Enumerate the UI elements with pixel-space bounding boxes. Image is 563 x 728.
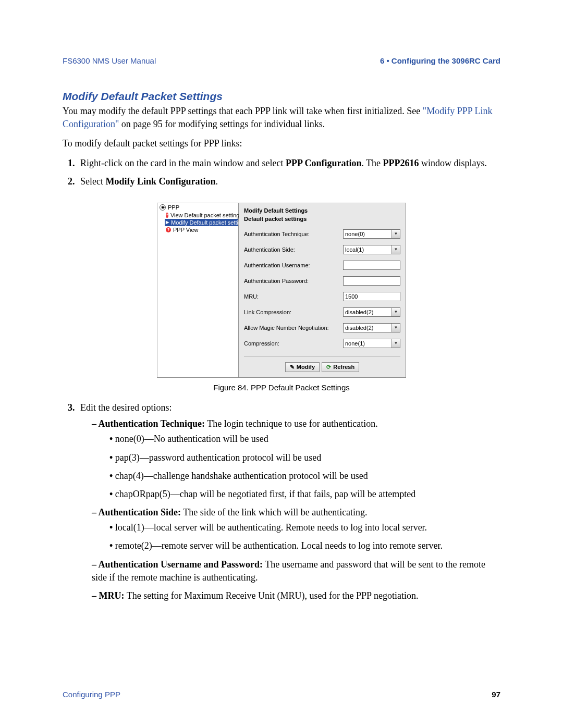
pencil-icon: ✎ — [290, 364, 295, 371]
ppp-dialog: ◉ PPP ?View Default packet settings▶Modi… — [157, 203, 406, 378]
list-item: chap(4)—challenge handshake authenticati… — [106, 470, 500, 483]
tree-pane: ◉ PPP ?View Default packet settings▶Modi… — [157, 203, 239, 377]
button-row: ✎ Modify ⟳ Refresh — [244, 356, 400, 372]
tree-item-label: View Default packet settings — [170, 212, 242, 218]
field-value: local(1) — [345, 246, 364, 253]
list-item: local(1)—local server will be authentica… — [106, 521, 500, 534]
target-icon: ◉ — [160, 204, 166, 211]
field-label: Link Compression: — [244, 309, 291, 315]
chevron-down-icon[interactable]: ▼ — [391, 245, 400, 254]
field-input[interactable] — [343, 276, 400, 286]
opt-mru: MRU: The setting for Maximum Receive Uni… — [89, 589, 500, 602]
field-value: none(1) — [345, 340, 365, 347]
arrow-icon: ▶ — [166, 220, 169, 225]
opt-authentication-userpass: Authentication Username and Password: Th… — [89, 558, 500, 584]
help-icon: ? — [166, 213, 168, 218]
header-manual-title: FS6300 NMS User Manual — [63, 56, 156, 65]
modify-button-label: Modify — [297, 364, 315, 370]
step-1: Right-click on the card in the main wind… — [77, 157, 500, 170]
field-select[interactable]: none(1)▼ — [343, 339, 400, 348]
modify-button[interactable]: ✎ Modify — [285, 362, 320, 372]
form-fields: Authentication Technique:none(0)▼Authent… — [244, 229, 400, 348]
tree-items: ?View Default packet settings▶Modify Def… — [157, 212, 238, 233]
tree-item-2[interactable]: ?PPP View — [165, 226, 238, 233]
tree-item-label: Modify Default packet settings — [171, 219, 248, 226]
page: FS6300 NMS User Manual 6 • Configuring t… — [0, 0, 563, 728]
field-label: Authentication Side: — [244, 246, 295, 253]
field-select[interactable]: disabled(2)▼ — [343, 323, 400, 332]
field-row-3: Authentication Password: — [244, 276, 400, 286]
tree-item-label: PPP View — [173, 227, 199, 233]
auth-tech-values: none(0)—No authentication will be usedpa… — [92, 433, 500, 501]
step-3: Edit the desired options: Authentication… — [77, 401, 500, 602]
form-subtitle: Default packet settings — [244, 216, 400, 222]
field-row-2: Authentication Username: — [244, 261, 400, 270]
field-label: Compression: — [244, 340, 279, 347]
field-value: disabled(2) — [345, 309, 373, 315]
field-row-6: Allow Magic Number Negotiation:disabled(… — [244, 323, 400, 332]
figure-caption: Figure 84. PPP Default Packet Settings — [63, 383, 500, 392]
refresh-button[interactable]: ⟳ Refresh — [322, 362, 359, 372]
page-header: FS6300 NMS User Manual 6 • Configuring t… — [63, 56, 500, 65]
field-label: Authentication Technique: — [244, 231, 310, 237]
field-label: Authentication Password: — [244, 278, 309, 284]
list-item: chapORpap(5)—chap will be negotiated fir… — [106, 488, 500, 501]
options-list: Authentication Technique: The login tech… — [80, 417, 500, 602]
intro-paragraph: You may modify the default PPP settings … — [63, 105, 500, 131]
tree-root[interactable]: ◉ PPP — [157, 203, 238, 212]
field-row-0: Authentication Technique:none(0)▼ — [244, 229, 400, 239]
chevron-down-icon[interactable]: ▼ — [391, 339, 400, 348]
opt-authentication-technique: Authentication Technique: The login tech… — [89, 417, 500, 501]
steps-list-continued: Edit the desired options: Authentication… — [63, 401, 500, 602]
opt-authentication-side: Authentication Side: The side of the lin… — [89, 506, 500, 553]
chevron-down-icon[interactable]: ▼ — [391, 324, 400, 332]
field-value: none(0) — [345, 231, 365, 237]
field-row-7: Compression:none(1)▼ — [244, 339, 400, 348]
intro-text-2: on page 95 for modifying settings for in… — [119, 119, 325, 129]
tree-root-label: PPP — [168, 204, 179, 211]
footer-page-number: 97 — [492, 690, 500, 699]
field-select[interactable]: none(0)▼ — [343, 229, 400, 239]
header-chapter-title: 6 • Configuring the 3096RC Card — [380, 56, 500, 65]
field-select[interactable]: disabled(2)▼ — [343, 307, 400, 317]
chevron-down-icon[interactable]: ▼ — [391, 230, 400, 238]
form-pane: Modify Default Settings Default packet s… — [239, 203, 406, 377]
field-row-1: Authentication Side:local(1)▼ — [244, 245, 400, 254]
form-title: Modify Default Settings — [244, 207, 400, 214]
field-input[interactable] — [343, 261, 400, 270]
intro-lead-in: To modify default packet settings for PP… — [63, 137, 500, 150]
field-row-5: Link Compression:disabled(2)▼ — [244, 307, 400, 317]
intro-text-1: You may modify the default PPP settings … — [63, 106, 423, 116]
auth-side-values: local(1)—local server will be authentica… — [92, 521, 500, 552]
section-heading: Modify Default Packet Settings — [63, 90, 500, 103]
footer-section-title: Configuring PPP — [63, 690, 120, 699]
field-row-4: MRU: — [244, 292, 400, 301]
chevron-down-icon[interactable]: ▼ — [391, 308, 400, 316]
field-select[interactable]: local(1)▼ — [343, 245, 400, 254]
step-2: Select Modify Link Configuration. — [77, 175, 500, 188]
tree-item-1[interactable]: ▶Modify Default packet settings — [165, 219, 238, 226]
page-footer: Configuring PPP 97 — [63, 690, 500, 699]
field-input[interactable] — [343, 292, 400, 301]
field-label: Allow Magic Number Negotiation: — [244, 325, 329, 331]
refresh-button-label: Refresh — [333, 364, 354, 370]
refresh-icon: ⟳ — [326, 364, 331, 371]
steps-list: Right-click on the card in the main wind… — [63, 157, 500, 188]
list-item: remote(2)—remote server will be authenti… — [106, 539, 500, 552]
list-item: pap(3)—password authentication protocol … — [106, 451, 500, 464]
help-icon: ? — [166, 227, 171, 232]
field-label: MRU: — [244, 293, 259, 300]
step-3-intro: Edit the desired options: — [80, 402, 172, 413]
list-item: none(0)—No authentication will be used — [106, 433, 500, 446]
tree-item-0[interactable]: ?View Default packet settings — [165, 212, 238, 219]
field-value: disabled(2) — [345, 325, 373, 331]
field-label: Authentication Username: — [244, 262, 310, 268]
